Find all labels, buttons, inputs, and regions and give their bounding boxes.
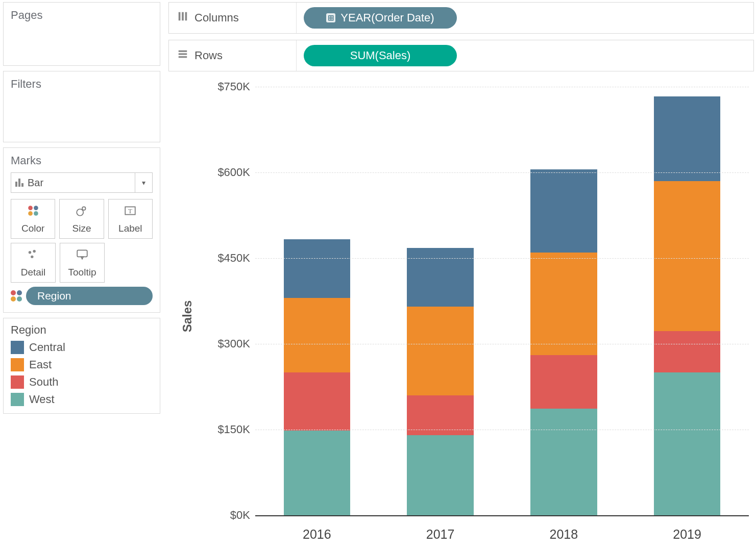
x-tick: 2016 (255, 527, 379, 542)
svg-rect-17 (179, 56, 187, 58)
bar-segment-central[interactable] (407, 248, 474, 307)
marks-size-button[interactable]: Size (59, 199, 104, 239)
bar-segment-east[interactable] (530, 253, 597, 356)
marks-label-button[interactable]: T Label (108, 199, 153, 239)
legend-item[interactable]: East (11, 358, 153, 371)
svg-point-1 (34, 206, 38, 210)
bar-segment-east[interactable] (654, 181, 721, 332)
bar-segment-east[interactable] (407, 307, 474, 395)
bar-column[interactable] (379, 87, 502, 515)
y-tick: $150K (199, 423, 250, 436)
bar-segment-west[interactable] (284, 431, 351, 515)
bar-icon (15, 179, 23, 187)
color-icon (11, 290, 22, 302)
detail-icon (26, 248, 40, 264)
rows-icon (177, 48, 188, 63)
y-tick: $300K (199, 337, 250, 350)
mark-type-select[interactable]: Bar (11, 172, 153, 193)
color-icon (26, 204, 40, 220)
chart: Sales $0K$150K$300K$450K$600K$750K 20162… (168, 81, 754, 552)
svg-rect-15 (179, 51, 187, 52)
bar-segment-west[interactable] (407, 435, 474, 515)
y-axis-label: Sales (180, 300, 194, 333)
bar-segment-west[interactable] (654, 372, 721, 515)
bar-segment-east[interactable] (284, 298, 351, 372)
bar-segment-central[interactable] (284, 239, 351, 298)
legend-label: East (29, 358, 52, 371)
legend-swatch (11, 358, 24, 371)
rows-label: Rows (194, 49, 223, 62)
sidebar: Pages Filters Marks Bar Color (0, 0, 163, 552)
marks-tooltip-button[interactable]: Tooltip (60, 243, 105, 283)
legend-swatch (11, 341, 24, 354)
x-tick: 2017 (379, 527, 502, 542)
marks-color-label: Color (21, 223, 44, 234)
bar-column[interactable] (255, 87, 379, 515)
y-tick: $600K (199, 166, 250, 179)
marks-card: Marks Bar Color Size (3, 147, 160, 313)
bar-column[interactable] (625, 87, 749, 515)
y-tick: $750K (199, 80, 250, 93)
bar-segment-south[interactable] (284, 372, 351, 431)
svg-point-9 (33, 249, 35, 252)
expand-icon[interactable]: ⊞ (326, 13, 335, 22)
columns-field-pill[interactable]: ⊞ YEAR(Order Date) (304, 7, 457, 29)
x-axis: 2016201720182019 (255, 527, 749, 542)
marks-tooltip-label: Tooltip (68, 267, 96, 278)
svg-point-2 (28, 211, 33, 216)
svg-point-10 (31, 255, 33, 258)
marks-color-button[interactable]: Color (11, 199, 55, 239)
label-icon: T (123, 204, 137, 220)
legend-item[interactable]: Central (11, 341, 153, 354)
region-legend: Region CentralEastSouthWest (3, 318, 160, 414)
columns-shelf[interactable]: Columns ⊞ YEAR(Order Date) (168, 2, 754, 34)
bar-segment-west[interactable] (530, 409, 597, 515)
marks-detail-label: Detail (21, 267, 46, 278)
svg-rect-11 (77, 250, 87, 257)
svg-point-8 (29, 250, 31, 253)
columns-label: Columns (194, 11, 239, 24)
main-area: Columns ⊞ YEAR(Order Date) Rows (163, 0, 756, 552)
tooltip-icon (75, 248, 89, 264)
pages-title: Pages (11, 9, 153, 22)
bar-segment-south[interactable] (654, 331, 721, 372)
chevron-down-icon[interactable] (135, 173, 152, 192)
columns-pill-label: YEAR(Order Date) (340, 11, 434, 24)
legend-label: West (29, 393, 55, 406)
color-field-pill[interactable]: Region (26, 287, 153, 305)
svg-point-5 (82, 207, 86, 210)
y-tick: $450K (199, 252, 250, 265)
svg-point-3 (34, 211, 38, 216)
legend-swatch (11, 393, 24, 406)
marks-title: Marks (11, 154, 153, 167)
marks-label-label: Label (118, 223, 142, 234)
legend-title: Region (11, 323, 153, 337)
bar-segment-central[interactable] (654, 96, 721, 181)
legend-swatch (11, 375, 24, 389)
svg-rect-16 (179, 53, 187, 55)
marks-detail-button[interactable]: Detail (11, 243, 56, 283)
svg-point-0 (28, 206, 33, 210)
svg-point-4 (77, 209, 83, 215)
legend-label: Central (29, 341, 65, 354)
bar-segment-central[interactable] (530, 169, 597, 252)
x-tick: 2019 (625, 527, 749, 542)
rows-field-pill[interactable]: SUM(Sales) (304, 45, 457, 66)
svg-rect-12 (179, 12, 181, 21)
rows-shelf[interactable]: Rows SUM(Sales) (168, 40, 754, 71)
y-tick: $0K (199, 509, 250, 522)
color-field-label: Region (37, 290, 71, 302)
filters-title: Filters (11, 78, 153, 91)
size-icon (75, 204, 89, 220)
legend-item[interactable]: West (11, 393, 153, 406)
plot-area[interactable]: $0K$150K$300K$450K$600K$750K (255, 87, 749, 516)
svg-rect-13 (182, 12, 184, 21)
columns-icon (177, 11, 188, 25)
legend-item[interactable]: South (11, 375, 153, 389)
x-tick: 2018 (502, 527, 626, 542)
bar-column[interactable] (502, 87, 626, 515)
pages-shelf[interactable]: Pages (3, 2, 160, 66)
mark-type-label: Bar (28, 177, 43, 189)
filters-shelf[interactable]: Filters (3, 71, 160, 142)
bar-segment-south[interactable] (530, 355, 597, 408)
